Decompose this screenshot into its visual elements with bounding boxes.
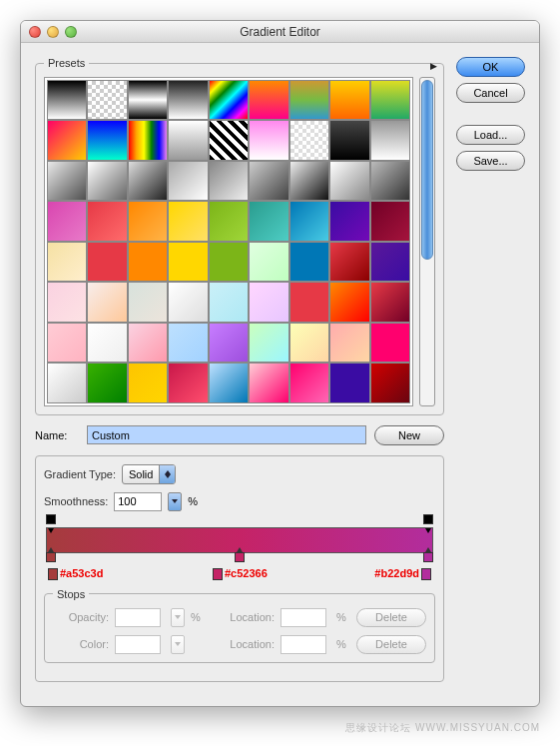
- preset-swatch[interactable]: [209, 323, 249, 363]
- preset-swatch[interactable]: [168, 242, 208, 282]
- preset-swatch[interactable]: [329, 201, 369, 241]
- preset-swatch[interactable]: [209, 282, 249, 322]
- preset-swatch[interactable]: [289, 323, 329, 363]
- preset-swatch[interactable]: [209, 161, 249, 201]
- minimize-button[interactable]: [47, 26, 59, 38]
- preset-swatch[interactable]: [87, 282, 127, 322]
- preset-swatch[interactable]: [249, 120, 288, 160]
- color-stop-2[interactable]: [423, 552, 433, 566]
- preset-swatch[interactable]: [289, 161, 329, 201]
- preset-swatch[interactable]: [289, 282, 329, 322]
- color-indicator-icon: [213, 568, 223, 580]
- preset-swatch[interactable]: [329, 323, 369, 363]
- load-button[interactable]: Load...: [456, 125, 525, 145]
- preset-swatch[interactable]: [370, 363, 410, 402]
- preset-swatch[interactable]: [329, 363, 369, 402]
- cancel-button[interactable]: Cancel: [456, 83, 525, 103]
- preset-swatch[interactable]: [47, 242, 87, 282]
- scrollbar-thumb[interactable]: [421, 80, 433, 260]
- preset-swatch[interactable]: [47, 201, 87, 241]
- preset-swatch[interactable]: [370, 80, 410, 120]
- preset-swatch[interactable]: [209, 120, 249, 160]
- preset-swatch[interactable]: [87, 323, 127, 363]
- opacity-stop-left[interactable]: [46, 514, 56, 528]
- presets-scrollbar[interactable]: [419, 77, 435, 406]
- color-stop-1[interactable]: [235, 552, 245, 566]
- opacity-label: Opacity:: [53, 611, 109, 623]
- name-input[interactable]: [87, 425, 366, 444]
- save-button[interactable]: Save...: [456, 151, 525, 171]
- preset-swatch[interactable]: [370, 242, 410, 282]
- preset-swatch[interactable]: [168, 201, 208, 241]
- preset-swatch[interactable]: [329, 120, 369, 160]
- preset-swatch[interactable]: [289, 363, 329, 402]
- preset-swatch[interactable]: [329, 161, 369, 201]
- name-label: Name:: [35, 429, 79, 441]
- preset-swatch[interactable]: [87, 201, 127, 241]
- preset-swatch[interactable]: [249, 242, 288, 282]
- preset-swatch[interactable]: [209, 201, 249, 241]
- preset-swatch[interactable]: [370, 161, 410, 201]
- titlebar: Gradient Editor: [21, 21, 539, 43]
- preset-swatch[interactable]: [128, 161, 168, 201]
- gradient-bar[interactable]: [46, 527, 433, 553]
- close-button[interactable]: [29, 26, 41, 38]
- preset-swatch[interactable]: [370, 282, 410, 322]
- preset-swatch[interactable]: [249, 323, 288, 363]
- preset-swatch[interactable]: [329, 282, 369, 322]
- preset-swatch[interactable]: [289, 120, 329, 160]
- preset-swatch[interactable]: [47, 282, 87, 322]
- ok-button[interactable]: OK: [456, 57, 525, 77]
- preset-swatch[interactable]: [47, 80, 87, 120]
- preset-swatches[interactable]: [44, 77, 413, 406]
- preset-swatch[interactable]: [47, 323, 87, 363]
- preset-swatch[interactable]: [370, 201, 410, 241]
- preset-swatch[interactable]: [168, 120, 208, 160]
- preset-swatch[interactable]: [128, 282, 168, 322]
- preset-swatch[interactable]: [168, 161, 208, 201]
- preset-swatch[interactable]: [168, 80, 208, 120]
- preset-swatch[interactable]: [249, 201, 288, 241]
- new-button[interactable]: New: [374, 425, 444, 445]
- preset-swatch[interactable]: [168, 363, 208, 402]
- preset-swatch[interactable]: [289, 242, 329, 282]
- preset-swatch[interactable]: [329, 80, 369, 120]
- preset-swatch[interactable]: [87, 161, 127, 201]
- preset-swatch[interactable]: [249, 363, 288, 402]
- preset-swatch[interactable]: [209, 242, 249, 282]
- smoothness-stepper[interactable]: [168, 492, 182, 511]
- preset-swatch[interactable]: [329, 242, 369, 282]
- preset-swatch[interactable]: [128, 323, 168, 363]
- preset-swatch[interactable]: [168, 323, 208, 363]
- preset-swatch[interactable]: [128, 242, 168, 282]
- preset-swatch[interactable]: [209, 80, 249, 120]
- preset-swatch[interactable]: [249, 282, 288, 322]
- opacity-stop-right[interactable]: [423, 514, 433, 528]
- smoothness-input[interactable]: 100: [114, 492, 162, 511]
- preset-swatch[interactable]: [289, 201, 329, 241]
- preset-swatch[interactable]: [87, 242, 127, 282]
- preset-swatch[interactable]: [47, 363, 87, 402]
- preset-swatch[interactable]: [370, 120, 410, 160]
- preset-swatch[interactable]: [128, 120, 168, 160]
- color-stepper: [171, 635, 185, 654]
- preset-swatch[interactable]: [249, 80, 288, 120]
- preset-swatch[interactable]: [128, 80, 168, 120]
- preset-swatch[interactable]: [47, 120, 87, 160]
- presets-legend: Presets: [44, 57, 89, 69]
- preset-swatch[interactable]: [370, 323, 410, 363]
- preset-swatch[interactable]: [209, 363, 249, 402]
- presets-flyout-icon[interactable]: ▶: [430, 61, 437, 71]
- gradient-type-select[interactable]: Solid: [122, 464, 176, 484]
- preset-swatch[interactable]: [128, 201, 168, 241]
- preset-swatch[interactable]: [87, 80, 127, 120]
- preset-swatch[interactable]: [47, 161, 87, 201]
- color-stop-0[interactable]: [46, 552, 56, 566]
- zoom-button[interactable]: [65, 26, 77, 38]
- preset-swatch[interactable]: [87, 120, 127, 160]
- preset-swatch[interactable]: [289, 80, 329, 120]
- preset-swatch[interactable]: [128, 363, 168, 402]
- preset-swatch[interactable]: [168, 282, 208, 322]
- preset-swatch[interactable]: [87, 363, 127, 402]
- preset-swatch[interactable]: [249, 161, 288, 201]
